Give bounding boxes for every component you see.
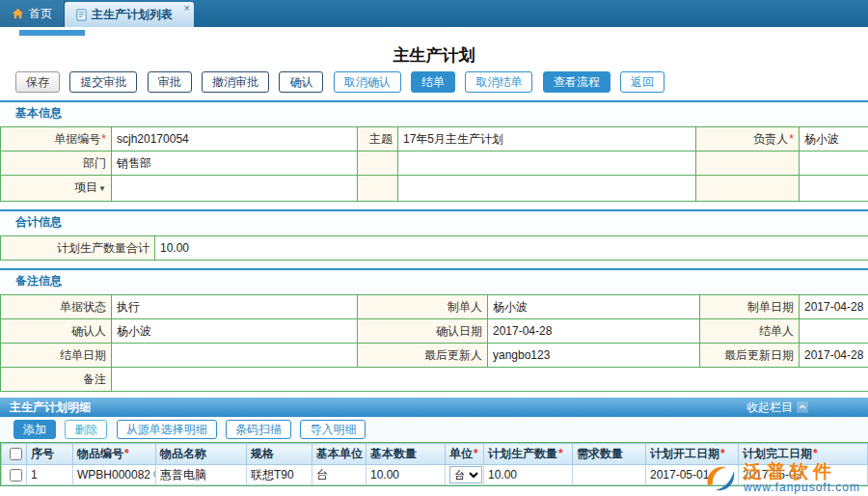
owner-value[interactable]: 杨小波 — [800, 127, 868, 152]
row-checkbox[interactable] — [10, 469, 22, 482]
confirmer-value: 杨小波 — [112, 319, 358, 344]
lookup-icon[interactable] — [152, 469, 155, 482]
active-tab-indicator — [19, 30, 85, 36]
grid-data-row: 1 WPBH000082 惠普电脑 联想T90 台 10.00 台 10.00 — [2, 465, 868, 485]
owner-label: 负责人* — [696, 127, 800, 152]
table-row: 确认人 杨小波 确认日期 2017-04-28 结单人 — [1, 319, 868, 344]
seq-cell: 1 — [27, 465, 73, 485]
add-row-button[interactable]: 添加 — [14, 420, 56, 439]
note-label: 备注 — [1, 368, 112, 392]
delete-row-button[interactable]: 删除 — [65, 420, 107, 439]
demand-qty-cell[interactable] — [573, 465, 646, 485]
home-icon — [12, 8, 24, 19]
close-date-value — [112, 344, 358, 368]
confirm-button[interactable]: 确认 — [279, 71, 323, 93]
view-flow-button[interactable]: 查看流程 — [543, 71, 610, 93]
item-name-cell: 惠普电脑 — [156, 465, 247, 485]
tab-bar: 首页 主生产计划列表 × — [0, 0, 868, 27]
cancel-confirm-button[interactable]: 取消确认 — [334, 71, 401, 93]
grid-header-row: 序号 物品编号* 物品名称 规格 基本单位 基本数量 单位* 计划生产数量* 需… — [2, 444, 868, 465]
detail-grid: 序号 物品编号* 物品名称 规格 基本单位 基本数量 单位* 计划生产数量* 需… — [0, 442, 868, 486]
empty-value-cell — [800, 152, 868, 176]
make-date-label: 制单日期 — [700, 295, 800, 319]
approve-button[interactable]: 审批 — [148, 71, 192, 93]
main-toolbar: 保存 提交审批 审批 撤消审批 确认 取消确认 结单 取消结单 查看流程 返回 — [0, 71, 868, 93]
tab-home-label: 首页 — [29, 6, 52, 22]
table-row: 单据状态 执行 制单人 杨小波 制单日期 2017-04-28 — [1, 295, 868, 319]
maker-value: 杨小波 — [488, 295, 700, 319]
base-qty-cell[interactable]: 10.00 — [366, 465, 446, 485]
back-button[interactable]: 返回 — [620, 71, 665, 93]
project-label[interactable]: 项目▼ — [1, 176, 112, 202]
last-editor-value: yangbo123 — [488, 344, 700, 368]
total-info-table: 计划生产数量合计 10.00 — [0, 235, 868, 261]
subject-value[interactable]: 17年5月主生产计划 — [398, 127, 696, 152]
empty-value-cell — [398, 176, 696, 202]
col-demand-qty: 需求数量 — [573, 444, 646, 465]
table-row: 项目▼ — [1, 176, 868, 202]
tab-indicator-strip — [0, 30, 868, 43]
plan-qty-cell[interactable]: 10.00 — [484, 465, 573, 485]
tab-home[interactable]: 首页 — [0, 0, 65, 27]
unit-select[interactable]: 台 — [449, 466, 482, 483]
section-total-info: 合计信息 — [0, 209, 868, 235]
col-base-qty: 基本数量 — [366, 444, 446, 465]
project-value[interactable] — [112, 176, 358, 202]
detail-toolbar: 添加 删除 从源单选择明细 条码扫描 导入明细 — [0, 417, 868, 442]
required-mark: * — [101, 132, 106, 146]
item-no-cell[interactable]: WPBH000082 — [73, 465, 156, 485]
cancel-close-order-button[interactable]: 取消结单 — [465, 71, 532, 93]
spec-cell: 联想T90 — [247, 465, 312, 485]
row-select-cell — [2, 465, 27, 485]
required-mark: * — [474, 447, 478, 460]
closer-value — [800, 319, 868, 344]
dept-value[interactable]: 销售部 — [112, 152, 358, 176]
required-mark: * — [720, 447, 725, 460]
withdraw-approval-button[interactable]: 撤消审批 — [202, 71, 269, 93]
close-icon[interactable]: × — [184, 3, 190, 14]
empty-value-cell — [800, 176, 868, 202]
table-row: 结单日期 最后更新人 yangbo123 最后更新日期 2017-04-28 — [1, 344, 868, 368]
barcode-scan-button[interactable]: 条码扫描 — [226, 420, 291, 439]
table-row: 备注 — [1, 368, 868, 392]
collapse-icon — [797, 401, 808, 413]
dept-label: 部门 — [1, 152, 112, 176]
required-mark: * — [813, 447, 818, 460]
submit-approval-button[interactable]: 提交审批 — [69, 71, 137, 93]
start-date-cell[interactable]: 2017-05-01 — [646, 465, 739, 485]
subject-label: 主题 — [358, 127, 398, 152]
basic-info-table: 单据编号* scjh20170054 主题 17年5月主生产计划 负责人* 杨小… — [0, 126, 868, 202]
last-update-label: 最后更新日期 — [700, 344, 800, 368]
detail-title: 主生产计划明细 — [10, 400, 91, 414]
confirm-date-value: 2017-04-28 — [488, 319, 700, 344]
doc-no-label: 单据编号* — [1, 127, 112, 152]
app-window: 首页 主生产计划列表 × 主生产计划 保存 提交审批 审批 撤消审批 确认 取消… — [0, 0, 868, 496]
note-value[interactable] — [112, 368, 868, 392]
import-detail-button[interactable]: 导入明细 — [300, 420, 366, 439]
select-from-source-button[interactable]: 从源单选择明细 — [117, 420, 217, 439]
tab-production-plan-list[interactable]: 主生产计划列表 × — [65, 2, 194, 27]
closer-label: 结单人 — [700, 319, 800, 344]
maker-label: 制单人 — [358, 295, 488, 319]
end-date-cell[interactable]: 2017-05-02 — [739, 465, 868, 485]
empty-label-cell — [358, 152, 398, 176]
select-all-cell — [2, 444, 27, 465]
collapse-columns-button[interactable]: 收起栏目 — [746, 398, 808, 417]
required-mark: * — [558, 447, 563, 460]
doc-no-value[interactable]: scjh20170054 — [112, 127, 358, 152]
save-button[interactable]: 保存 — [15, 71, 60, 93]
unit-cell: 台 — [446, 465, 484, 485]
col-unit: 单位* — [446, 444, 484, 465]
col-start-date: 计划开工日期* — [646, 444, 739, 465]
close-date-label: 结单日期 — [1, 344, 112, 368]
remark-info-table: 单据状态 执行 制单人 杨小波 制单日期 2017-04-28 确认人 杨小波 … — [0, 294, 868, 392]
empty-label-cell — [358, 176, 398, 202]
empty-label-cell — [696, 176, 800, 202]
col-plan-qty: 计划生产数量* — [484, 444, 573, 465]
status-label: 单据状态 — [1, 295, 112, 319]
required-mark: * — [789, 132, 794, 146]
select-all-checkbox[interactable] — [10, 448, 22, 460]
collapse-label: 收起栏目 — [746, 398, 793, 417]
close-order-button[interactable]: 结单 — [411, 71, 455, 93]
empty-label-cell — [696, 152, 800, 176]
